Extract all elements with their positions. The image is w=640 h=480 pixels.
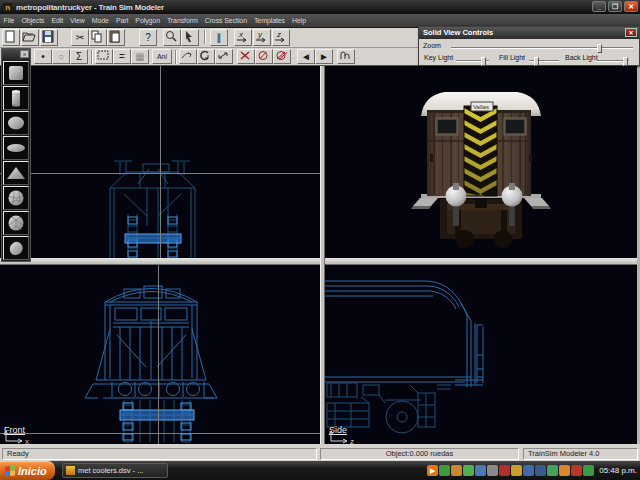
find-button[interactable]: [337, 49, 355, 64]
cut-button[interactable]: ✂: [71, 29, 89, 46]
scale-tool-button[interactable]: [215, 49, 233, 64]
menu-view[interactable]: View: [67, 17, 89, 24]
save-button[interactable]: [40, 29, 58, 46]
axis-y-button[interactable]: y: [253, 29, 271, 46]
circle-mode-button[interactable]: ○: [52, 49, 70, 64]
back-light-slider[interactable]: [597, 60, 629, 62]
primitive-disc-button[interactable]: [3, 136, 29, 160]
zoom-tool-button[interactable]: [163, 29, 181, 46]
zoom-slider[interactable]: [451, 47, 633, 49]
fill-light-slider[interactable]: [529, 60, 559, 62]
tray-updates-icon[interactable]: [451, 465, 462, 476]
menu-objects[interactable]: Objects: [18, 17, 48, 24]
taskbar: Inicio met coolers.dsv - ... ▶ 05:48 p.m…: [0, 461, 640, 480]
svg-text:z: z: [276, 30, 281, 39]
back-light-thumb[interactable]: [623, 57, 628, 66]
grid-button[interactable]: ▦: [131, 49, 149, 64]
svg-text:x: x: [238, 30, 244, 39]
window-title: metropolitantruckyer - Train Sim Modeler: [16, 3, 164, 12]
primitive-geosphere2-button[interactable]: [3, 211, 29, 235]
crosshair-horizontal: [0, 433, 320, 434]
fill-light-label: Fill Light: [499, 54, 525, 61]
sigma-button[interactable]: Σ: [70, 49, 88, 64]
key-light-slider[interactable]: [456, 60, 489, 62]
open-file-button[interactable]: [21, 29, 39, 46]
system-tray: ▶ 05:48 p.m.: [427, 461, 640, 480]
primitive-cone-button[interactable]: [3, 161, 29, 185]
tray-network-icon[interactable]: [475, 465, 486, 476]
key-light-thumb[interactable]: [481, 57, 486, 66]
solid-view-controls-titlebar[interactable]: Solid View Controls ✕: [419, 27, 639, 39]
zoom-slider-thumb[interactable]: [597, 44, 602, 53]
taskbar-task-button[interactable]: met coolers.dsv - ...: [62, 463, 168, 478]
axis-z-button[interactable]: z: [272, 29, 290, 46]
application-window: n metropolitantruckyer - Train Sim Model…: [0, 0, 640, 480]
viewport-side[interactable]: Side z: [325, 265, 637, 444]
rotate-tool-button[interactable]: [197, 49, 215, 64]
paste-button[interactable]: [107, 29, 125, 46]
primitive-geosphere-button[interactable]: [3, 186, 29, 210]
status-app-version: TrainSim Modeler 4.0: [523, 448, 638, 460]
tray-stats-icon[interactable]: [583, 465, 594, 476]
svg-text:z: z: [350, 437, 354, 444]
front-axis-indicator: x: [2, 429, 32, 444]
start-button[interactable]: Inicio: [0, 461, 55, 480]
animation-button[interactable]: Ani: [152, 49, 172, 64]
tray-display-icon[interactable]: [523, 465, 534, 476]
menu-transform[interactable]: Transform: [163, 17, 201, 24]
copy-button[interactable]: [89, 29, 107, 46]
parallel-view-button[interactable]: ∥: [210, 29, 228, 46]
hide-x-button[interactable]: [237, 49, 255, 64]
viewport-top-left[interactable]: [0, 66, 320, 258]
menu-part[interactable]: Part: [112, 17, 131, 24]
tray-notes-icon[interactable]: [559, 465, 570, 476]
axis-x-button[interactable]: x: [234, 29, 252, 46]
fill-light-thumb[interactable]: [534, 57, 539, 66]
windows-logo-icon: [5, 465, 15, 476]
move-tool-button[interactable]: [179, 49, 197, 64]
tray-volume-icon[interactable]: [535, 465, 546, 476]
menu-polygon[interactable]: Polygon: [132, 17, 164, 24]
solid-view-controls-title: Solid View Controls: [423, 28, 493, 37]
primitive-box-button[interactable]: [3, 61, 29, 85]
start-button-label: Inicio: [18, 465, 47, 477]
solid-locomotive-render: Vallas: [325, 66, 637, 258]
viewport-front[interactable]: Front x: [0, 265, 320, 444]
menu-file[interactable]: File: [0, 17, 18, 24]
align-lines-button[interactable]: =: [113, 49, 131, 64]
close-button[interactable]: ✕: [624, 1, 638, 12]
primitive-blob-button[interactable]: [3, 236, 29, 260]
tray-lock-icon[interactable]: [511, 465, 522, 476]
viewport-top-right-solid[interactable]: Vallas: [325, 66, 637, 258]
hide-circle-button[interactable]: [255, 49, 273, 64]
menu-mode[interactable]: Mode: [88, 17, 112, 24]
marquee-select-button[interactable]: [95, 49, 113, 64]
menu-templates[interactable]: Templates: [250, 17, 288, 24]
restore-button[interactable]: ❐: [608, 1, 622, 12]
tray-msn-icon[interactable]: [463, 465, 474, 476]
point-mode-button[interactable]: •: [34, 49, 52, 64]
menu-help[interactable]: Help: [288, 17, 309, 24]
tray-wifi-icon[interactable]: [547, 465, 558, 476]
primitives-palette-titlebar[interactable]: x: [2, 49, 30, 60]
primitive-cylinder-button[interactable]: [3, 86, 29, 110]
primitive-sphere-button[interactable]: [3, 111, 29, 135]
tray-key-icon[interactable]: [499, 465, 510, 476]
palette-close-icon[interactable]: x: [20, 50, 29, 58]
menu-edit[interactable]: Edit: [48, 17, 67, 24]
tray-antivirus-icon[interactable]: [571, 465, 582, 476]
hide-all-button[interactable]: [273, 49, 291, 64]
side-axis-indicator: z: [327, 429, 357, 444]
select-tool-button[interactable]: [181, 29, 199, 46]
prev-button[interactable]: ◄: [297, 49, 315, 64]
solid-view-controls-close-icon[interactable]: ✕: [625, 28, 637, 37]
next-button[interactable]: ►: [315, 49, 333, 64]
app-icon: n: [3, 3, 12, 12]
new-file-button[interactable]: [2, 29, 20, 46]
minimize-button[interactable]: _: [592, 1, 606, 12]
tray-messenger-icon[interactable]: [439, 465, 450, 476]
menu-cross-section[interactable]: Cross Section: [201, 17, 250, 24]
tray-device-icon[interactable]: [487, 465, 498, 476]
help-button[interactable]: ?: [139, 29, 157, 46]
tray-media-player-icon[interactable]: ▶: [427, 465, 438, 476]
